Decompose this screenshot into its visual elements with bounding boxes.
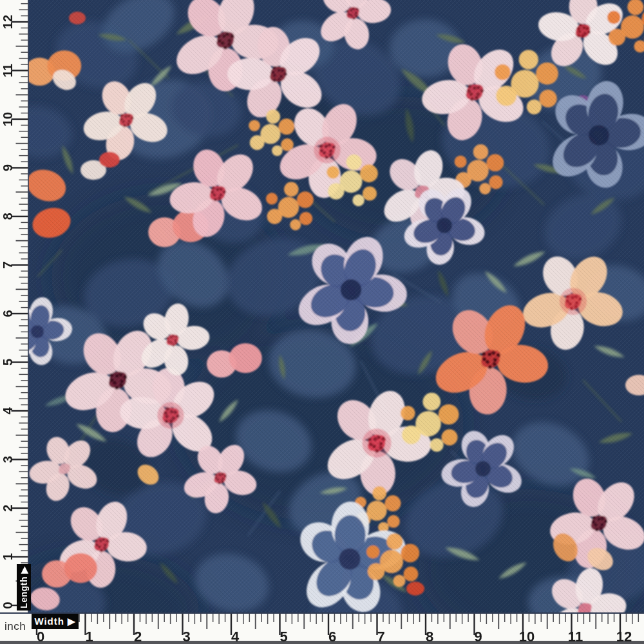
width-ruler-label: Width ▶ <box>32 614 79 629</box>
width-ruler-number: 6 <box>328 629 336 644</box>
fabric-listing-image: 01234567891011120123456789101112 Length … <box>0 0 644 644</box>
width-ruler-number: 7 <box>377 629 384 644</box>
width-label-text: Width ▶ <box>34 616 75 627</box>
width-ruler-number: 8 <box>426 629 433 644</box>
length-ruler-number: 1 <box>1 553 15 560</box>
length-ruler-number: 11 <box>1 64 15 77</box>
width-ruler-number: 12 <box>616 629 632 644</box>
length-ruler-number: 3 <box>1 456 15 463</box>
length-ruler-number: 4 <box>1 407 15 415</box>
width-ruler-number: 11 <box>568 629 583 644</box>
length-ruler-number: 2 <box>1 504 15 511</box>
fabric-weave-texture <box>28 0 644 612</box>
length-ruler-number: 0 <box>1 601 15 609</box>
width-ruler-number: 10 <box>519 629 535 644</box>
length-ruler-number: 10 <box>1 112 15 126</box>
width-ruler-number: 4 <box>231 629 240 644</box>
length-ruler-number: 9 <box>1 164 15 171</box>
length-ruler-label: Length ▶ <box>17 564 31 611</box>
width-ruler-number: 2 <box>134 629 142 644</box>
width-ruler-number: 1 <box>85 629 93 644</box>
length-ruler-number: 6 <box>1 310 15 317</box>
length-ruler-number: 7 <box>1 261 15 269</box>
width-ruler-number: 0 <box>37 629 44 644</box>
width-ruler-number: 9 <box>474 629 482 644</box>
inch-unit-label: inch <box>5 620 26 633</box>
length-ruler-number: 5 <box>1 359 15 366</box>
width-ruler-number: 5 <box>279 629 287 644</box>
length-label-text: Length ▶ <box>19 566 29 608</box>
length-ruler-number: 8 <box>1 213 15 220</box>
length-ruler-number: 12 <box>1 15 15 29</box>
fabric-photo: 01234567891011120123456789101112 <box>0 0 644 644</box>
width-ruler-number: 3 <box>182 629 190 644</box>
